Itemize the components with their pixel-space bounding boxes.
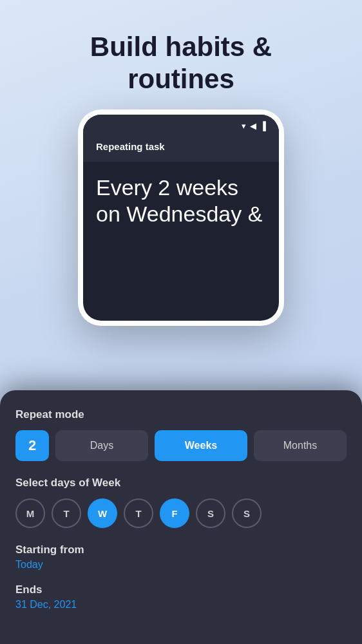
repeat-text: Every 2 weeks on Wednesday & (96, 175, 266, 227)
signal-icon: ◀ (250, 121, 256, 131)
days-row: MTWTFSS (15, 498, 347, 528)
select-days-label: Select days of Week (15, 477, 347, 489)
repeat-mode-row: 2 Days Weeks Months (15, 430, 347, 461)
header-title-line1: Build habits & (90, 32, 272, 62)
ends-label: Ends (15, 583, 347, 596)
day-button-4[interactable]: F (160, 498, 189, 528)
status-bar: ▾ ◀ ▐ (83, 115, 279, 136)
day-button-0[interactable]: M (15, 498, 45, 528)
day-button-5[interactable]: S (196, 498, 225, 528)
starting-from-label: Starting from (15, 544, 347, 556)
ends-value[interactable]: 31 Dec, 2021 (15, 599, 347, 611)
day-button-3[interactable]: T (124, 498, 153, 528)
starting-from-section: Starting from Today (15, 544, 347, 571)
phone-mockup: ▾ ◀ ▐ Repeating task Every 2 weeks on We… (78, 109, 284, 326)
phone-content: Every 2 weeks on Wednesday & (83, 162, 279, 238)
phone-screen: ▾ ◀ ▐ Repeating task Every 2 weeks on We… (83, 115, 279, 321)
modal-panel: Repeat mode 2 Days Weeks Months Select d… (0, 390, 362, 644)
header-title: Build habits & routines (90, 31, 272, 96)
battery-icon: ▐ (260, 121, 266, 131)
repeat-mode-label: Repeat mode (15, 408, 347, 421)
days-button[interactable]: Days (55, 430, 148, 461)
starting-from-value[interactable]: Today (15, 559, 347, 571)
phone-header: Repeating task (83, 136, 279, 162)
day-button-6[interactable]: S (232, 498, 262, 528)
wifi-icon: ▾ (242, 121, 246, 131)
ends-section: Ends 31 Dec, 2021 (15, 583, 347, 611)
days-section: Select days of Week MTWTFSS (15, 477, 347, 528)
day-button-2[interactable]: W (88, 498, 117, 528)
phone-frame: ▾ ◀ ▐ Repeating task Every 2 weeks on We… (78, 109, 284, 326)
day-button-1[interactable]: T (52, 498, 81, 528)
header-title-line2: routines (128, 64, 234, 94)
weeks-button[interactable]: Weeks (155, 430, 247, 461)
repeating-task-label: Repeating task (96, 141, 165, 152)
months-button[interactable]: Months (254, 430, 347, 461)
number-button[interactable]: 2 (15, 430, 49, 461)
